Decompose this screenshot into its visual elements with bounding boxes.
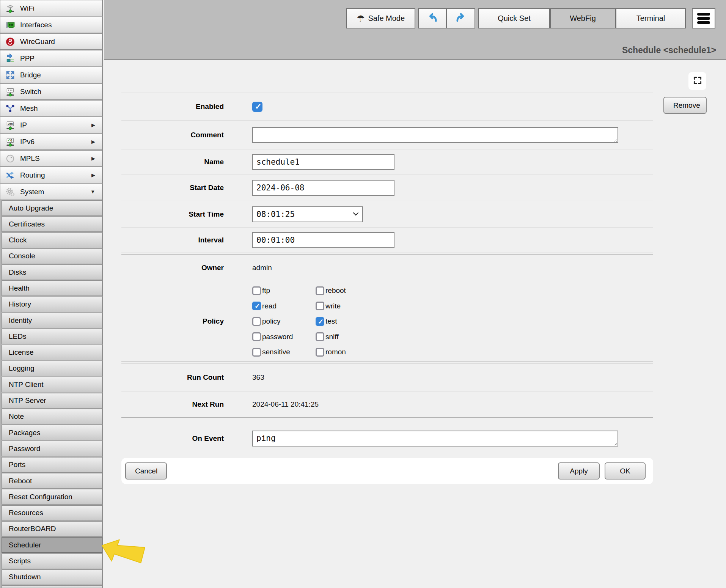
name-input[interactable] <box>252 154 394 170</box>
enabled-checkbox[interactable] <box>252 102 262 112</box>
policy-checkbox[interactable] <box>316 302 324 310</box>
sidebar-subitem[interactable]: NTP Client <box>2 377 102 392</box>
on-event-input[interactable]: ping <box>252 431 618 447</box>
owner-row: Owner admin <box>121 255 653 281</box>
tab-terminal[interactable]: Terminal <box>616 8 686 28</box>
sidebar-subitem[interactable]: Scripts <box>2 553 102 569</box>
sidebar-subitem[interactable]: Shutdown <box>2 569 102 585</box>
policy-option-label: password <box>262 333 293 341</box>
sidebar-item-switch[interactable]: Switch <box>0 83 102 100</box>
policy-checkbox[interactable] <box>252 332 261 341</box>
name-label: Name <box>121 158 252 166</box>
sidebar-subitem-label: Auto Upgrade <box>9 204 53 212</box>
sidebar-subitem[interactable]: Password <box>2 441 102 456</box>
sidebar-subitem[interactable]: Packages <box>2 425 102 440</box>
sidebar-item-routing[interactable]: Routing ▶ <box>0 167 102 183</box>
start-date-input[interactable] <box>252 180 394 196</box>
owner-label: Owner <box>121 264 252 272</box>
tab-webfig[interactable]: WebFig <box>550 8 616 28</box>
sidebar-subitem[interactable]: Certificates <box>2 216 102 232</box>
policy-checkbox[interactable] <box>316 317 324 326</box>
gear-icon <box>5 187 16 197</box>
sidebar-item-wifi[interactable]: WiFi <box>0 0 102 16</box>
sidebar-subitem[interactable]: Ports <box>2 457 102 473</box>
policy-option[interactable]: password <box>252 332 316 341</box>
sidebar-subitem[interactable]: NTP Server <box>2 393 102 409</box>
content-area: Remove Enabled Comment Name Start Date S… <box>104 60 726 588</box>
policy-option-label: ftp <box>262 286 270 295</box>
policy-checkbox[interactable] <box>316 286 324 295</box>
policy-checkbox[interactable] <box>252 348 261 357</box>
sidebar-subitem[interactable]: Reboot <box>2 473 102 489</box>
redo-button[interactable] <box>446 8 475 28</box>
sidebar-item-ipv6[interactable]: ✓ 6 IPv6 ▶ <box>0 134 102 150</box>
cancel-button[interactable]: Cancel <box>125 462 167 480</box>
sidebar-subitem[interactable]: History <box>2 297 102 312</box>
sidebar-subitem[interactable]: Note <box>2 409 102 424</box>
apply-button[interactable]: Apply <box>558 462 600 480</box>
start-time-select[interactable]: 08:01:25 <box>252 206 363 222</box>
sidebar-item-label: Switch <box>20 88 95 96</box>
sidebar-subitem[interactable]: LEDs <box>2 329 102 344</box>
policy-option[interactable]: reboot <box>316 286 346 295</box>
policy-option[interactable]: read <box>252 302 316 310</box>
sidebar-item-bridge[interactable]: Bridge <box>0 67 102 83</box>
svg-text:✓: ✓ <box>7 138 10 142</box>
fullscreen-button[interactable] <box>688 72 706 90</box>
menu-button[interactable] <box>692 8 715 28</box>
sidebar-item-mesh[interactable]: Mesh <box>0 100 102 116</box>
sidebar-item-ip[interactable]: 255 IP ▶ <box>0 117 102 133</box>
policy-checkbox[interactable] <box>316 348 324 357</box>
policy-option[interactable]: policy <box>252 317 316 326</box>
remove-button[interactable]: Remove <box>663 97 707 114</box>
ok-button[interactable]: OK <box>605 462 646 480</box>
undo-button[interactable] <box>418 8 446 28</box>
interval-label: Interval <box>121 236 252 244</box>
sidebar-item-mpls[interactable]: MPLS ▶ <box>0 150 102 167</box>
sidebar: WiFi Interfaces <box>0 0 103 588</box>
policy-option[interactable]: ftp <box>252 286 316 295</box>
policy-option[interactable]: test <box>316 317 346 326</box>
sidebar-subitem-label: LEDs <box>9 332 26 341</box>
sidebar-subitem[interactable]: Scheduler <box>2 537 102 553</box>
safe-mode-button[interactable]: ☂ Safe Mode <box>346 8 415 28</box>
policy-checkbox[interactable] <box>252 317 261 326</box>
sidebar-subitem-label: Console <box>9 252 35 260</box>
routing-icon <box>5 170 16 181</box>
sidebar-subitem[interactable]: RouterBOARD <box>2 521 102 537</box>
interval-input[interactable] <box>252 232 394 248</box>
sidebar-item-wireguard[interactable]: WireGuard <box>0 33 102 50</box>
tab-quick-set[interactable]: Quick Set <box>478 8 550 28</box>
next-run-value: 2024-06-11 20:41:25 <box>252 400 319 409</box>
enabled-label: Enabled <box>121 102 252 111</box>
mpls-icon <box>5 153 16 164</box>
sidebar-item-system[interactable]: System ▼ <box>0 184 102 200</box>
ppp-icon <box>5 53 16 64</box>
sidebar-subitem[interactable]: License <box>2 345 102 360</box>
sidebar-item-ppp[interactable]: PPP <box>0 50 102 66</box>
sidebar-subitem[interactable]: Health <box>2 280 102 296</box>
sidebar-subitem[interactable]: Clock <box>2 233 102 248</box>
policy-option[interactable]: sensitive <box>252 348 316 357</box>
sidebar-subitem[interactable]: Logging <box>2 361 102 376</box>
policy-label: Policy <box>121 317 252 325</box>
ipv6-icon: ✓ 6 <box>5 137 16 147</box>
run-count-value: 363 <box>252 373 264 382</box>
sidebar-subitem[interactable]: Auto Upgrade <box>2 200 102 216</box>
sidebar-subitem[interactable]: Identity <box>2 313 102 328</box>
chevron-right-icon: ▶ <box>91 122 98 128</box>
sidebar-subitem[interactable]: Reset Configuration <box>2 489 102 505</box>
policy-checkbox[interactable] <box>252 302 261 310</box>
policy-option[interactable]: romon <box>316 348 346 357</box>
name-row: Name <box>121 149 653 175</box>
sidebar-subitem[interactable]: Console <box>2 248 102 264</box>
sidebar-subitem[interactable]: Resources <box>2 505 102 521</box>
sidebar-item-interfaces[interactable]: Interfaces <box>0 17 102 33</box>
bridge-icon <box>5 70 16 80</box>
policy-checkbox[interactable] <box>252 286 261 295</box>
policy-option[interactable]: sniff <box>316 332 346 341</box>
policy-option[interactable]: write <box>316 302 346 310</box>
sidebar-subitem[interactable]: Disks <box>2 264 102 280</box>
policy-checkbox[interactable] <box>316 332 324 341</box>
comment-input[interactable] <box>252 127 618 143</box>
